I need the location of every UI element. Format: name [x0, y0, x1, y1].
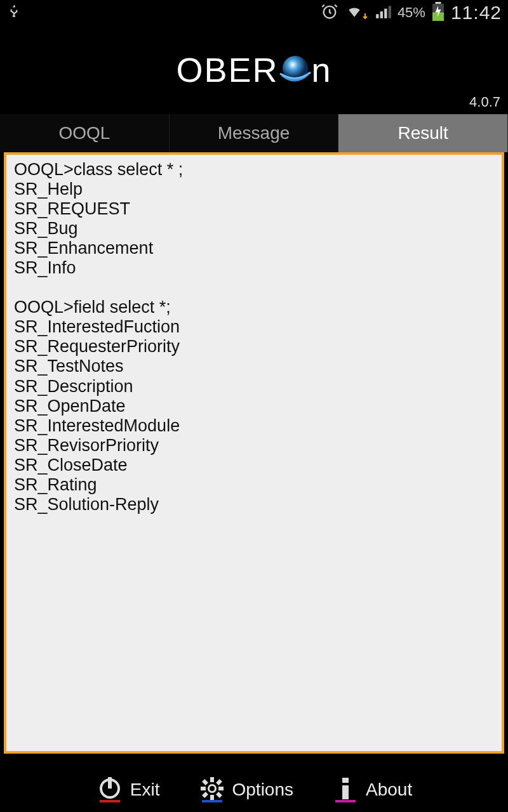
svg-rect-10 [108, 777, 112, 789]
tab-message[interactable]: Message [170, 114, 339, 152]
svg-rect-15 [201, 787, 206, 790]
logo-text-right: n [312, 50, 332, 89]
svg-rect-23 [342, 778, 349, 783]
result-panel[interactable]: OOQL>class select * ; SR_Help SR_REQUEST… [4, 152, 504, 754]
options-button[interactable]: Options [198, 776, 294, 804]
svg-rect-5 [435, 2, 441, 4]
svg-rect-18 [216, 792, 222, 798]
svg-point-21 [210, 786, 215, 791]
alarm-icon [321, 3, 338, 23]
bottom-bar: Exit Options [0, 768, 508, 812]
globe-icon [276, 51, 314, 89]
signal-icon [375, 3, 391, 22]
svg-rect-24 [342, 785, 349, 799]
status-time: 11:42 [451, 2, 502, 23]
svg-rect-3 [384, 9, 387, 18]
tab-bar: OOQL Message Result [0, 114, 508, 152]
usb-icon [6, 2, 23, 23]
app-logo: OBER n [176, 50, 331, 89]
tab-ooql[interactable]: OOQL [0, 114, 170, 152]
svg-rect-4 [389, 6, 391, 18]
svg-rect-20 [202, 792, 208, 798]
status-bar: 45% 11:42 [0, 0, 508, 25]
logo-text-left: OBER [176, 50, 278, 89]
svg-rect-1 [376, 14, 378, 18]
tab-result[interactable]: Result [338, 114, 508, 152]
svg-rect-2 [380, 11, 383, 18]
svg-rect-25 [335, 800, 356, 802]
exit-label: Exit [130, 780, 160, 800]
gear-icon [198, 776, 226, 804]
svg-rect-16 [218, 787, 224, 790]
app-header: OBER n 4.0.7 [0, 25, 508, 114]
version-label: 4.0.7 [469, 94, 500, 110]
power-icon [96, 776, 124, 804]
battery-icon [432, 2, 444, 23]
svg-rect-22 [202, 800, 222, 802]
options-label: Options [232, 780, 294, 800]
result-output: OOQL>class select * ; SR_Help SR_REQUEST… [14, 160, 494, 514]
svg-rect-14 [210, 795, 214, 800]
battery-percent: 45% [398, 4, 425, 21]
wifi-icon [345, 3, 368, 22]
svg-rect-19 [216, 779, 222, 785]
about-button[interactable]: About [331, 776, 412, 804]
about-label: About [366, 780, 412, 800]
exit-button[interactable]: Exit [96, 776, 160, 804]
svg-rect-17 [202, 779, 208, 785]
svg-rect-11 [100, 800, 120, 802]
svg-rect-13 [210, 777, 214, 782]
info-icon [331, 776, 359, 804]
